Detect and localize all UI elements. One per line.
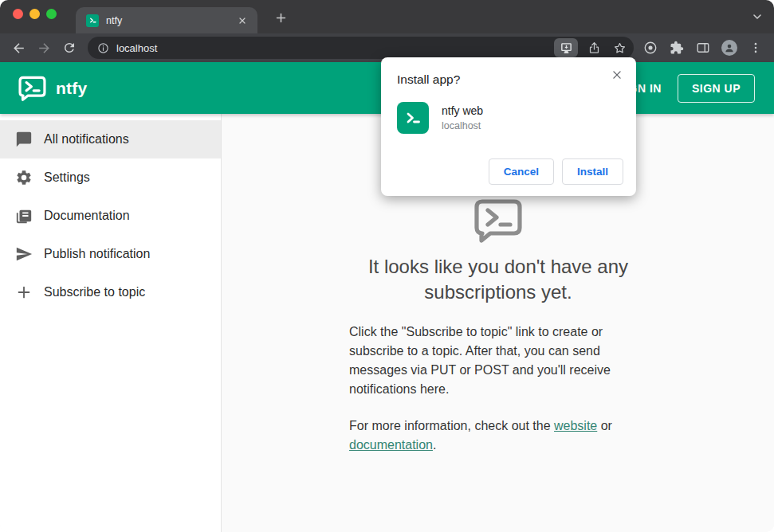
empty-state-description: Click the "Subscribe to topic" link to c…	[349, 323, 647, 399]
ntfy-favicon-icon	[86, 14, 99, 27]
sidebar-item-subscribe-to-topic[interactable]: Subscribe to topic	[0, 273, 221, 311]
sidebar-item-documentation[interactable]: Documentation	[0, 197, 221, 235]
more-info-middle: or	[597, 419, 612, 432]
bookmark-star-icon[interactable]	[610, 38, 629, 57]
toolbar-extensions	[642, 39, 766, 57]
sign-up-button[interactable]: SIGN UP	[678, 74, 755, 103]
url-text: localhost	[116, 42, 554, 54]
empty-state: It looks like you don't have any subscri…	[349, 198, 647, 455]
dialog-title: Install app?	[397, 72, 460, 87]
browser-tab-ntfy[interactable]: ntfy	[76, 7, 257, 33]
dialog-close-icon[interactable]	[607, 65, 627, 84]
browser-window: ntfy localhost	[0, 0, 774, 532]
sidebar-item-settings[interactable]: Settings	[0, 158, 221, 197]
sidebar-item-label: Publish notification	[44, 247, 150, 261]
side-panel-icon[interactable]	[694, 39, 712, 57]
password-manager-icon[interactable]	[642, 39, 659, 57]
book-icon	[14, 206, 33, 225]
titlebar: ntfy	[0, 0, 774, 33]
sidebar-item-label: Documentation	[44, 209, 130, 223]
ntfy-logo-icon	[18, 76, 47, 101]
tab-search-chevron-icon[interactable]	[751, 10, 764, 23]
more-info-paragraph: For more information, check out the webs…	[349, 417, 647, 455]
share-icon[interactable]	[584, 38, 603, 57]
zoom-window-button[interactable]	[46, 9, 57, 19]
empty-state-heading: It looks like you don't have any subscri…	[349, 254, 647, 305]
sidebar-item-all-notifications[interactable]: All notifications	[0, 120, 221, 158]
ntfy-logo-large-icon	[473, 198, 524, 243]
traffic-lights	[13, 9, 57, 19]
install-app-icon[interactable]	[554, 38, 578, 57]
extensions-puzzle-icon[interactable]	[668, 39, 686, 57]
sidebar-item-label: Settings	[44, 170, 90, 185]
dialog-app-name: ntfy web	[442, 104, 483, 117]
sidebar-item-label: All notifications	[44, 132, 129, 147]
send-icon	[14, 244, 33, 264]
new-tab-button[interactable]	[272, 9, 289, 26]
documentation-link[interactable]: documentation	[349, 438, 433, 452]
brand-title: ntfy	[56, 79, 87, 98]
tab-title: ntfy	[106, 15, 235, 26]
reload-icon[interactable]	[59, 37, 80, 58]
sidebar-nav: All notifications Settings Documentation…	[0, 114, 222, 532]
install-app-dialog: Install app? ntfy web localhost Cancel I…	[381, 57, 636, 196]
forward-icon[interactable]	[33, 37, 54, 58]
more-info-prefix: For more information, check out the	[349, 419, 554, 432]
dialog-app-origin: localhost	[442, 120, 481, 131]
more-info-suffix: .	[433, 438, 436, 452]
sidebar-item-publish-notification[interactable]: Publish notification	[0, 235, 221, 273]
install-button[interactable]: Install	[562, 158, 623, 185]
close-window-button[interactable]	[13, 9, 23, 19]
chat-icon	[14, 130, 33, 149]
address-bar[interactable]: localhost	[88, 37, 634, 59]
browser-menu-icon[interactable]	[747, 39, 764, 57]
sidebar-item-label: Subscribe to topic	[44, 285, 145, 299]
back-icon[interactable]	[8, 37, 29, 58]
profile-avatar[interactable]	[721, 39, 738, 57]
ntfy-app-icon	[397, 102, 429, 134]
minimize-window-button[interactable]	[29, 9, 40, 19]
gear-icon	[14, 168, 33, 187]
tab-close-icon[interactable]	[235, 14, 249, 28]
plus-icon	[14, 283, 33, 302]
website-link[interactable]: website	[554, 419, 597, 432]
site-info-icon[interactable]	[97, 42, 109, 54]
cancel-button[interactable]: Cancel	[489, 158, 554, 185]
